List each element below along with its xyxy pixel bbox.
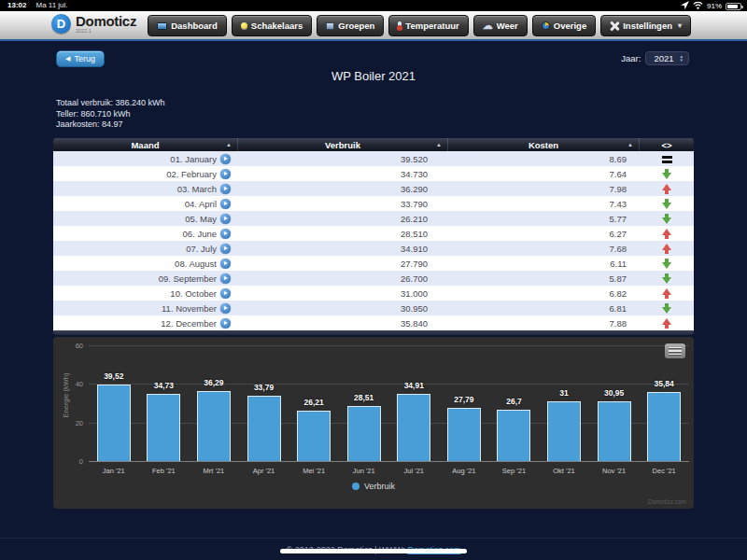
- counter-log-icon[interactable]: [220, 303, 231, 314]
- chart-bar[interactable]: [347, 406, 381, 461]
- legend-item[interactable]: Verbruik: [53, 482, 694, 491]
- counter-log-icon[interactable]: [220, 259, 231, 269]
- chart-bar[interactable]: [547, 401, 581, 461]
- swap-icon: <>: [661, 140, 671, 150]
- chart-column: 35,84Dec '21: [639, 345, 689, 461]
- year-cost: Jaarkosten: 84.97: [56, 119, 165, 131]
- chart-bar[interactable]: [97, 385, 131, 461]
- counter-log-icon[interactable]: [220, 288, 231, 299]
- chart-bar[interactable]: [397, 394, 430, 461]
- chart-bar[interactable]: [647, 392, 681, 461]
- brand-version: 2022.1: [76, 29, 136, 35]
- header-trend[interactable]: <>: [640, 138, 694, 151]
- chart-column: 26,21Mei '21: [289, 345, 339, 461]
- table-row[interactable]: 04. April 33.790 7.43: [53, 196, 694, 211]
- counter-log-icon[interactable]: [220, 229, 231, 239]
- cloud-icon: ☁: [483, 21, 493, 30]
- nav-groups[interactable]: Groepen: [317, 15, 384, 36]
- counter-log-icon[interactable]: [220, 318, 231, 329]
- chart-bar[interactable]: [297, 411, 331, 461]
- table-row[interactable]: 12. December 35.840 7.88: [53, 315, 694, 330]
- sort-asc-icon: ▲: [436, 142, 442, 147]
- header-cost[interactable]: Kosten ▲: [448, 138, 640, 151]
- counter-log-icon[interactable]: [220, 154, 231, 164]
- bar-value-label: 39,52: [89, 371, 139, 381]
- month-label: 04. April: [185, 199, 217, 209]
- nav-misc[interactable]: Overige: [532, 15, 596, 36]
- x-tick-label: Okt '21: [539, 467, 589, 475]
- y-tick-label: 0: [66, 457, 83, 466]
- nav-weather[interactable]: ☁ Weer: [473, 15, 528, 36]
- nav-groups-label: Groepen: [338, 21, 374, 31]
- counter-log-icon[interactable]: [220, 214, 231, 224]
- ios-status-bar: 13:02 Ma 11 jul. 91%: [0, 0, 747, 11]
- y-tick-label: 20: [66, 419, 83, 427]
- chart-bar[interactable]: [447, 408, 481, 461]
- page-title: WP Boiler 2021: [0, 69, 747, 83]
- table-row[interactable]: 01. January 39.520 8.69: [53, 151, 694, 166]
- chart-bar[interactable]: [147, 394, 180, 461]
- chart-bar[interactable]: [497, 410, 530, 461]
- table-header: Maand ▲ Verbruik ▲ Kosten ▲ <>: [53, 138, 694, 151]
- chart-plot: 020406039,52Jan '2134,73Feb '2136,29Mrt …: [89, 345, 689, 461]
- x-tick-label: Mei '21: [289, 467, 339, 475]
- trend-icon: [662, 154, 672, 164]
- counter-log-icon[interactable]: [220, 244, 231, 254]
- month-label: 02. February: [166, 169, 217, 179]
- chart-bar[interactable]: [598, 401, 631, 461]
- usage-value: 31.000: [238, 286, 448, 301]
- usage-value: 36.290: [238, 181, 448, 196]
- counter-log-icon[interactable]: [220, 169, 231, 179]
- cost-value: 8.69: [448, 151, 640, 166]
- table-row[interactable]: 02. February 34.730 7.64: [53, 166, 694, 181]
- totals-block: Totaal verbruik: 386.240 kWh Teller: 860…: [56, 98, 165, 131]
- bar-value-label: 31: [539, 388, 589, 398]
- header-month[interactable]: Maand ▲: [53, 138, 238, 151]
- bar-value-label: 26,7: [489, 397, 540, 406]
- x-tick-label: Dec '21: [639, 467, 689, 475]
- cost-value: 6.81: [448, 301, 640, 315]
- chart-column: 33,79Apr '21: [239, 345, 289, 461]
- table-row[interactable]: 08. August 27.790 6.11: [53, 256, 694, 271]
- counter-log-icon[interactable]: [220, 184, 231, 194]
- usage-value: 27.790: [238, 256, 448, 271]
- tools-icon: [610, 21, 619, 31]
- nav-dashboard[interactable]: Dashboard: [148, 15, 227, 36]
- counter-log-icon[interactable]: [220, 199, 231, 209]
- x-tick-label: Jan '21: [89, 467, 139, 475]
- home-indicator[interactable]: [280, 549, 467, 553]
- chart-watermark: Domoticz.com: [648, 498, 686, 505]
- table-row[interactable]: 10. October 31.000 6.82: [53, 286, 694, 301]
- table-row[interactable]: 09. September 26.700 5.87: [53, 271, 694, 286]
- chart-column: 26,7Sep '21: [489, 345, 540, 461]
- thermometer-icon: [398, 21, 402, 30]
- table-body: 01. January 39.520 8.69 02. February 34.…: [53, 151, 694, 330]
- table-row[interactable]: 11. November 30.950 6.81: [53, 301, 694, 315]
- chart-bar[interactable]: [247, 396, 281, 461]
- table-row[interactable]: 03. March 36.290 7.98: [53, 181, 694, 196]
- year-label: Jaar:: [621, 53, 641, 63]
- cost-value: 5.87: [448, 271, 640, 286]
- year-picker: Jaar: 2021 ▲▼: [621, 51, 689, 65]
- back-button[interactable]: ◀ Terug: [56, 50, 105, 67]
- nav-temperature[interactable]: Temperatuur: [388, 15, 468, 36]
- chart-column: 28,51Jun '21: [339, 345, 389, 461]
- battery-percent: 91%: [707, 2, 722, 10]
- counter-log-icon[interactable]: [220, 273, 231, 284]
- table-row[interactable]: 06. June 28.510 6.27: [53, 226, 694, 241]
- table-row[interactable]: 07. July 34.910 7.68: [53, 241, 694, 256]
- trend-icon: [662, 273, 672, 284]
- year-value: 2021: [654, 53, 673, 63]
- chart-column: 34,73Feb '21: [139, 345, 190, 461]
- back-arrow-icon: ◀: [65, 55, 70, 63]
- nav-settings[interactable]: Instellingen ▾: [600, 15, 691, 36]
- chart-bar[interactable]: [197, 391, 231, 461]
- header-usage[interactable]: Verbruik ▲: [238, 138, 448, 151]
- year-select[interactable]: 2021 ▲▼: [645, 51, 689, 65]
- bar-value-label: 27,79: [439, 395, 489, 404]
- table-row[interactable]: 05. May 26.210 5.77: [53, 211, 694, 226]
- domoticz-brand[interactable]: D Domoticz 2022.1: [51, 14, 136, 35]
- trend-icon: [662, 288, 672, 299]
- month-label: 03. March: [177, 184, 217, 194]
- nav-switches[interactable]: Schakelaars: [232, 15, 312, 36]
